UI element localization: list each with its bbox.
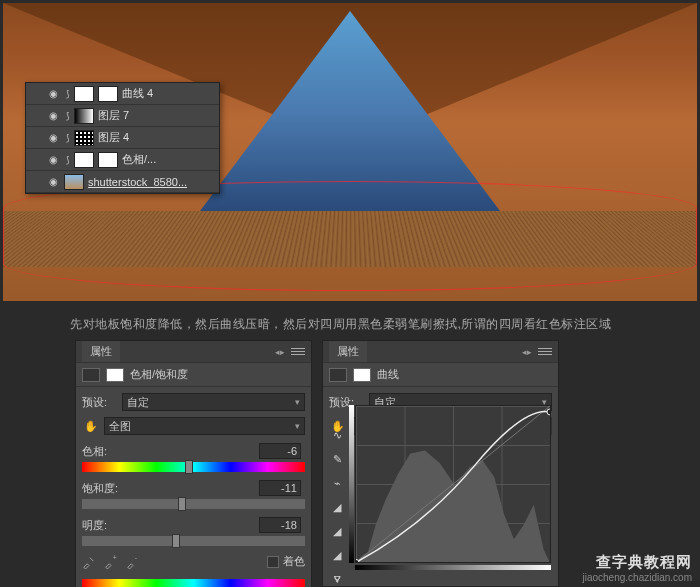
adjustment-icon: ⟆: [66, 89, 70, 99]
hue-value-input[interactable]: -6: [259, 443, 301, 459]
eyedropper-minus-icon[interactable]: -: [126, 555, 140, 569]
input-gradient: [355, 565, 551, 570]
preset-label: 预设:: [82, 395, 118, 410]
chevron-down-icon: ▾: [295, 421, 300, 431]
targeted-adjust-icon[interactable]: ✋: [82, 417, 100, 435]
triangle-window: [200, 11, 500, 211]
hue-slider[interactable]: [82, 462, 305, 472]
adjustment-icon: ⟆: [66, 155, 70, 165]
layer-thumb: [74, 86, 94, 102]
mask-thumb: [98, 86, 118, 102]
preset-value: 自定: [127, 395, 149, 410]
lightness-value-input[interactable]: -18: [259, 517, 301, 533]
svg-text:+: +: [113, 555, 117, 561]
curve-options-icon[interactable]: ⛛: [329, 571, 345, 587]
properties-panel-curves[interactable]: 属性 ◂▸ 曲线 预设: 自定 ▾ ✋ RGB ▾ 自动 ∿ ✎ ⌁: [322, 340, 559, 587]
layer-label: 曲线 4: [122, 86, 153, 101]
layer-thumb: [74, 152, 94, 168]
panel-header[interactable]: 属性 ◂▸: [76, 341, 311, 363]
layer-thumb: [74, 130, 94, 146]
colorize-checkbox[interactable]: [267, 556, 279, 568]
adjustment-title: 曲线: [377, 367, 399, 382]
layer-thumb: [64, 174, 84, 190]
properties-panel-hue-sat[interactable]: 属性 ◂▸ 色相/饱和度 预设: 自定 ▾ ✋ 全图 ▾ 色相:: [75, 340, 312, 587]
eyedropper-black-icon[interactable]: ◢: [329, 499, 345, 515]
slider-thumb[interactable]: [185, 460, 193, 474]
layer-row[interactable]: ◉ shutterstock_8580...: [26, 171, 219, 193]
curves-graph[interactable]: [355, 405, 551, 563]
curve-tools: ∿ ✎ ⌁ ◢ ◢ ◢ ⛛: [329, 427, 347, 587]
mask-icon: [353, 368, 371, 382]
slider-thumb[interactable]: [172, 534, 180, 548]
watermark-title: 查字典教程网: [582, 553, 692, 572]
range-value: 全图: [109, 419, 131, 434]
panel-header[interactable]: 属性 ◂▸: [323, 341, 558, 363]
adjustment-title: 色相/饱和度: [130, 367, 188, 382]
eyedropper-gray-icon[interactable]: ◢: [329, 523, 345, 539]
eyedropper-white-icon[interactable]: ◢: [329, 547, 345, 563]
mask-icon: [106, 368, 124, 382]
layer-label: 图层 4: [98, 130, 129, 145]
curve-point-tool-icon[interactable]: ∿: [329, 427, 345, 443]
eyedropper-plus-icon[interactable]: +: [104, 555, 118, 569]
preset-select[interactable]: 自定 ▾: [122, 393, 305, 411]
adjustment-title-row: 曲线: [323, 363, 558, 387]
colorize-label: 着色: [283, 554, 305, 569]
layer-row[interactable]: ◉ ⟆ 图层 7: [26, 105, 219, 127]
adjustment-title-row: 色相/饱和度: [76, 363, 311, 387]
eyedropper-icon[interactable]: [82, 555, 96, 569]
range-select[interactable]: 全图 ▾: [104, 417, 305, 435]
curve-pencil-tool-icon[interactable]: ✎: [329, 451, 345, 467]
eye-icon[interactable]: ◉: [46, 87, 60, 101]
watermark: 查字典教程网 jiaocheng.chazidian.com: [582, 553, 692, 583]
saturation-value-input[interactable]: -11: [259, 480, 301, 496]
output-gradient: [349, 405, 354, 563]
panel-tab[interactable]: 属性: [82, 341, 120, 362]
curve-line[interactable]: [356, 406, 550, 562]
saturation-slider[interactable]: [82, 499, 305, 509]
layer-row[interactable]: ◉ ⟆ 色相/...: [26, 149, 219, 171]
adjustment-icon: [82, 368, 100, 382]
layer-row[interactable]: ◉ ⟆ 曲线 4: [26, 83, 219, 105]
instruction-text: 先对地板饱和度降低，然后曲线压暗，然后对四周用黑色柔弱笔刷擦拭,所谓的四周看红色…: [70, 316, 670, 333]
svg-line-2: [356, 406, 550, 562]
eye-icon[interactable]: ◉: [46, 131, 60, 145]
eye-icon[interactable]: ◉: [46, 153, 60, 167]
collapse-icon[interactable]: ◂▸: [275, 347, 285, 357]
layer-row[interactable]: ◉ ⟆ 图层 4: [26, 127, 219, 149]
adjustment-icon: ⟆: [66, 111, 70, 121]
slider-thumb[interactable]: [178, 497, 186, 511]
panel-menu-icon[interactable]: [538, 348, 552, 355]
eye-icon[interactable]: ◉: [46, 175, 60, 189]
adjustment-icon: [329, 368, 347, 382]
panel-menu-icon[interactable]: [291, 348, 305, 355]
spectrum-display: [82, 579, 305, 587]
mask-thumb: [98, 152, 118, 168]
layer-label: 图层 7: [98, 108, 129, 123]
curve-smooth-icon[interactable]: ⌁: [329, 475, 345, 491]
eye-icon[interactable]: ◉: [46, 109, 60, 123]
collapse-icon[interactable]: ◂▸: [522, 347, 532, 357]
layer-thumb: [74, 108, 94, 124]
floor-graphic: [3, 211, 697, 267]
lightness-label: 明度:: [82, 518, 107, 533]
lightness-slider[interactable]: [82, 536, 305, 546]
hue-label: 色相:: [82, 444, 107, 459]
svg-text:-: -: [135, 555, 138, 561]
saturation-label: 饱和度:: [82, 481, 118, 496]
watermark-url: jiaocheng.chazidian.com: [582, 572, 692, 583]
layer-label: shutterstock_8580...: [88, 176, 187, 188]
chevron-down-icon: ▾: [295, 397, 300, 407]
svg-point-4: [547, 409, 550, 415]
panel-tab[interactable]: 属性: [329, 341, 367, 362]
adjustment-icon: ⟆: [66, 133, 70, 143]
layers-panel[interactable]: ◉ ⟆ 曲线 4 ◉ ⟆ 图层 7 ◉ ⟆ 图层 4 ◉ ⟆ 色相/... ◉ …: [25, 82, 220, 194]
layer-label: 色相/...: [122, 152, 156, 167]
